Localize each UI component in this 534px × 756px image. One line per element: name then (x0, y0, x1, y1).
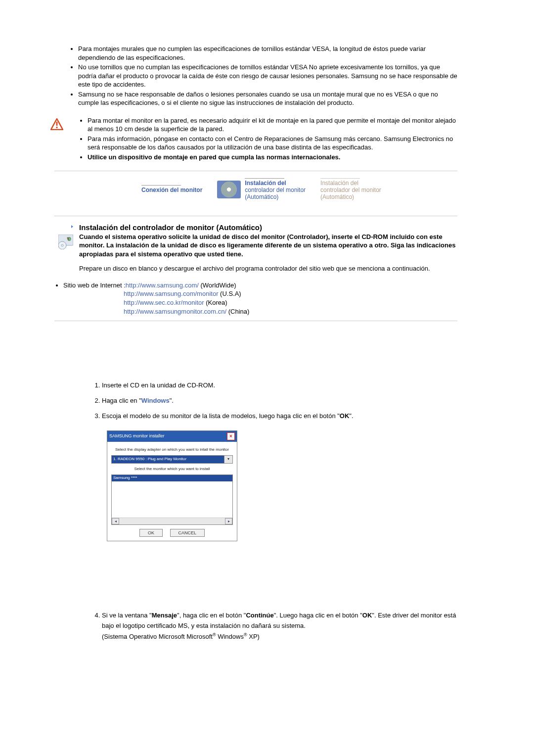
url-suffix: (U.S.A) (218, 290, 241, 297)
adapter-combo[interactable]: 1. RADEON 9550 : Plug and Play Monitor ▾ (111, 455, 233, 464)
svg-rect-1 (56, 122, 58, 126)
list-item: Para montajes murales que no cumplen las… (78, 45, 457, 62)
scroll-right-icon[interactable]: ▸ (225, 518, 232, 524)
svg-point-6 (61, 244, 63, 246)
dialog-titlebar: SAMSUNG monitor installer × (107, 431, 237, 442)
list-item: Samsung no se hace responsable de daños … (78, 90, 457, 107)
dialog-text: Select the monitor which you want to ins… (111, 467, 233, 472)
tab-label: Instalación del controlador del monitor … (245, 180, 306, 201)
url-label: Sitio web de Internet : (63, 282, 126, 289)
list-item-selected[interactable]: Samsung **** (112, 475, 232, 481)
list-item: Para montar el monitor en la pared, es n… (88, 116, 457, 134)
scroll-left-icon[interactable]: ◂ (112, 518, 119, 524)
svg-marker-3 (64, 225, 73, 228)
driver-cd-icon (58, 235, 73, 251)
tab-label: Conexión del monitor (141, 187, 202, 193)
dialog-text: Select the display adapter on which you … (111, 447, 233, 452)
tab-row: Conexión del monitor Instalación del con… (114, 178, 457, 201)
url-suffix: (WorldWide) (199, 282, 236, 289)
divider (54, 216, 457, 216)
step-3: Escoja el modelo de su monitor de la lis… (102, 411, 457, 542)
monitor-listbox[interactable]: Samsung **** ◂ ▸ (111, 474, 233, 525)
ok-button[interactable]: OK (139, 529, 163, 537)
list-item-bold: Utilice un dispositivo de montaje en par… (88, 153, 340, 161)
arrow-icon (64, 223, 73, 231)
cd-icon (217, 181, 241, 198)
list-item: Utilice un dispositivo de montaje en par… (88, 153, 457, 162)
divider (54, 321, 457, 321)
url-link-usa[interactable]: http://www.samsung.com/monitor (124, 290, 218, 297)
vesa-notes-list: Para montajes murales que no cumplen las… (62, 45, 457, 107)
section-lead: Cuando el sistema operativo solicite la … (79, 233, 457, 259)
windows-link[interactable]: Windows (141, 397, 170, 404)
section-title: Instalación del controlador de monitor (… (79, 223, 457, 232)
list-item: No use tornillos que no cumplan las espe… (78, 63, 457, 89)
url-list-item: Sitio web de Internet :http://www.samsun… (63, 281, 457, 316)
step-4: Si ve la ventana "Mensaje", haga clic en… (102, 611, 457, 642)
divider (54, 171, 457, 171)
list-item: Para más información, póngase en contact… (88, 135, 457, 152)
wall-mount-notes-list: Para montar el monitor en la pared, es n… (72, 116, 457, 162)
tab-conexion[interactable]: Conexión del monitor (114, 181, 202, 198)
install-steps: Inserte el CD en la unidad de CD-ROM. Ha… (79, 380, 457, 642)
chevron-down-icon[interactable]: ▾ (224, 456, 232, 463)
step-1: Inserte el CD en la unidad de CD-ROM. (102, 380, 457, 391)
url-suffix: (Korea) (204, 299, 227, 306)
tab-instalacion-auto-2[interactable]: Instalación del controlador del monitor … (320, 178, 381, 201)
horizontal-scrollbar[interactable]: ◂ ▸ (112, 518, 232, 524)
prepare-text: Prepare un disco en blanco y descargue e… (79, 264, 457, 273)
svg-rect-2 (56, 127, 58, 128)
tab-icon-blank (114, 181, 137, 198)
dialog-title: SAMSUNG monitor installer (109, 433, 165, 439)
url-link-china[interactable]: http://www.samsungmonitor.com.cn/ (124, 308, 226, 315)
url-link-worldwide[interactable]: http://www.samsung.com/ (126, 282, 199, 289)
cancel-button[interactable]: CANCEL (170, 529, 205, 537)
url-link-korea[interactable]: http://www.sec.co.kr/monitor (124, 299, 204, 306)
url-suffix: (China) (226, 308, 249, 315)
step-2: Haga clic en "Windows". (102, 396, 457, 406)
tab-instalacion-auto[interactable]: Instalación del controlador del monitor … (217, 178, 306, 201)
installer-dialog: SAMSUNG monitor installer × Select the d… (107, 430, 237, 542)
warning-icon (50, 118, 65, 130)
close-icon[interactable]: × (227, 432, 235, 440)
tab-label: Instalación del controlador del monitor … (320, 180, 381, 201)
